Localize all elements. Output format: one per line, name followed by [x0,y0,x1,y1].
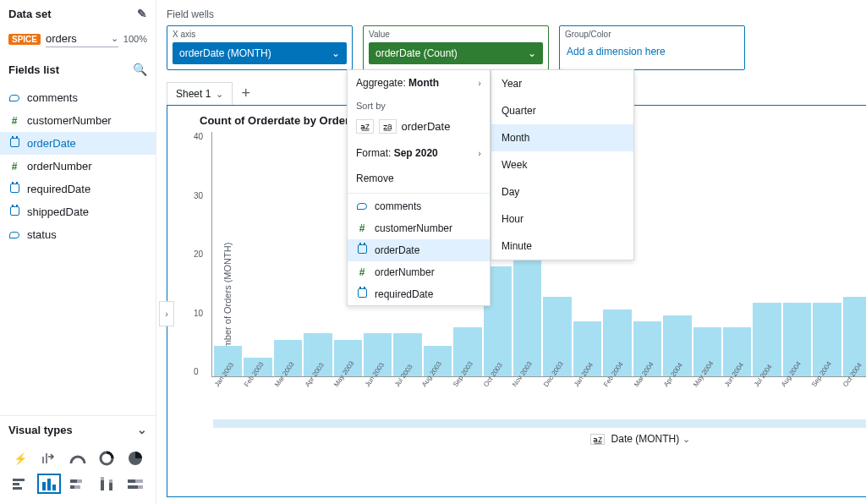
gauge-icon[interactable] [66,448,90,468]
donut-icon[interactable] [95,448,118,468]
field-option-requiredDate[interactable]: requiredDate [348,283,490,305]
aggregate-option-minute[interactable]: Minute [491,233,633,260]
field-wells: X axis orderDate (MONTH) ⌄ Value orderDa… [167,25,866,70]
stacked-hbar-icon[interactable] [66,474,90,494]
stacked-vbar-icon[interactable] [95,474,118,494]
format-menu-item[interactable]: Format: Sep 2020 › [348,140,490,166]
svg-rect-3 [13,483,19,485]
num-field-icon: # [8,161,20,173]
svg-rect-7 [52,485,56,490]
date-field-icon [8,184,20,195]
kpi-icon[interactable] [37,448,61,468]
dataset-selector-row: SPICE orders ⌄ 100% [0,27,156,56]
value-pill-text: orderDate (Count) [375,47,458,59]
text-field-icon [356,200,368,212]
chevron-down-icon[interactable]: ⌄ [137,423,147,436]
hbar-icon[interactable] [8,474,32,494]
x-axis-pill[interactable]: orderDate (MONTH) ⌄ [173,42,347,64]
hundred-hbar-icon[interactable] [123,474,147,494]
field-item-orderNumber[interactable]: #orderNumber [0,155,156,178]
aggregate-submenu: YearQuarterMonthWeekDayHourMinute [491,69,634,260]
field-item-requiredDate[interactable]: requiredDate [0,178,156,200]
value-well-label: Value [369,30,543,39]
sheet-tab-label: Sheet 1 [176,88,211,100]
date-field-icon [8,206,20,218]
value-well[interactable]: Value orderDate (Count) ⌄ [363,25,549,70]
x-axis-labels: Jan 2003Feb 2003Mar 2003Apr 2003May 2003… [213,377,866,419]
field-option-comments[interactable]: comments [348,195,490,217]
y-axis-ticks: 403020100 [194,132,203,376]
sort-asc-icon: a͟z [590,434,605,445]
add-sheet-button[interactable]: + [241,85,250,102]
dataset-select[interactable]: orders ⌄ [46,30,118,47]
dataset-header-label: Data set [8,8,52,20]
visual-types-label: Visual types [8,424,73,436]
x-axis-scroll-strip[interactable] [213,419,866,428]
svg-rect-5 [42,482,46,490]
aggregate-option-year[interactable]: Year [491,70,633,97]
field-wells-label: Field wells [167,7,866,25]
x-axis-label[interactable]: a͟z Date (MONTH) ⌄ [200,433,866,445]
aggregate-option-hour[interactable]: Hour [491,205,633,233]
svg-rect-11 [74,485,80,489]
group-color-well-label: Group/Color [565,30,739,39]
aggregate-option-day[interactable]: Day [491,178,633,205]
field-item-customerNumber[interactable]: #customerNumber [0,109,156,132]
x-axis-pill-menu: Aggregate: Month › Sort by a͟z z͟a order… [347,69,491,306]
fields-list: comments#customerNumberorderDate#orderNu… [0,83,156,249]
date-field-icon [8,138,20,150]
expand-panel-handle[interactable]: › [159,301,174,326]
pencil-icon[interactable]: ✎ [137,7,147,20]
svg-rect-4 [13,487,22,490]
date-field-icon [356,244,368,256]
pie-icon[interactable] [123,448,147,468]
field-option-orderDate[interactable]: orderDate [348,239,490,261]
sheet-tab-1[interactable]: Sheet 1 ⌄ [167,82,233,105]
num-field-icon: # [356,222,368,234]
chevron-right-icon: › [478,148,481,158]
svg-rect-9 [77,479,82,483]
field-item-orderDate[interactable]: orderDate [0,132,156,155]
aggregate-option-month[interactable]: Month [491,124,633,151]
sort-asc-button[interactable]: a͟z [356,119,374,134]
visual-types-header: Visual types ⌄ [0,416,156,443]
chevron-down-icon: ⌄ [216,89,223,100]
x-axis-well[interactable]: X axis orderDate (MONTH) ⌄ [167,25,353,70]
menu-separator [348,193,490,194]
sort-field-name: orderDate [402,120,451,133]
num-field-icon: # [356,266,368,278]
dataset-header: Data set ✎ [0,0,156,27]
date-field-icon [356,288,368,300]
svg-rect-15 [109,479,112,483]
sort-desc-button[interactable]: z͟a [379,119,397,134]
remove-menu-item[interactable]: Remove [348,166,490,191]
fields-list-header: Fields list 🔍 [0,56,156,83]
svg-rect-8 [70,479,77,483]
svg-rect-6 [47,479,51,490]
value-pill[interactable]: orderDate (Count) ⌄ [369,42,543,64]
num-field-icon: # [8,115,20,127]
svg-rect-19 [128,485,138,489]
group-color-placeholder[interactable]: Add a dimension here [565,42,739,63]
vbar-icon[interactable] [37,474,61,494]
search-icon[interactable]: 🔍 [133,63,147,76]
aggregate-menu-item[interactable]: Aggregate: Month › [348,70,490,96]
field-option-customerNumber[interactable]: #customerNumber [348,217,490,239]
sort-by-label: Sort by [348,96,490,116]
svg-rect-10 [70,485,74,489]
field-option-orderNumber[interactable]: #orderNumber [348,261,490,283]
field-item-comments[interactable]: comments [0,86,156,109]
left-panel: Data set ✎ SPICE orders ⌄ 100% Fields li… [0,0,156,504]
aggregate-option-quarter[interactable]: Quarter [491,97,633,124]
chevron-down-icon: ⌄ [682,434,690,444]
field-item-shippedDate[interactable]: shippedDate [0,200,156,223]
svg-rect-13 [101,477,104,480]
aggregate-option-week[interactable]: Week [491,151,633,178]
field-item-status[interactable]: status [0,223,156,246]
text-field-icon [8,229,20,241]
group-color-well[interactable]: Group/Color Add a dimension here [559,25,745,70]
text-field-icon [8,92,20,104]
svg-rect-14 [109,483,112,490]
visual-types-grid: ⚡ [0,443,156,504]
auto-graph-icon[interactable]: ⚡ [8,448,32,468]
